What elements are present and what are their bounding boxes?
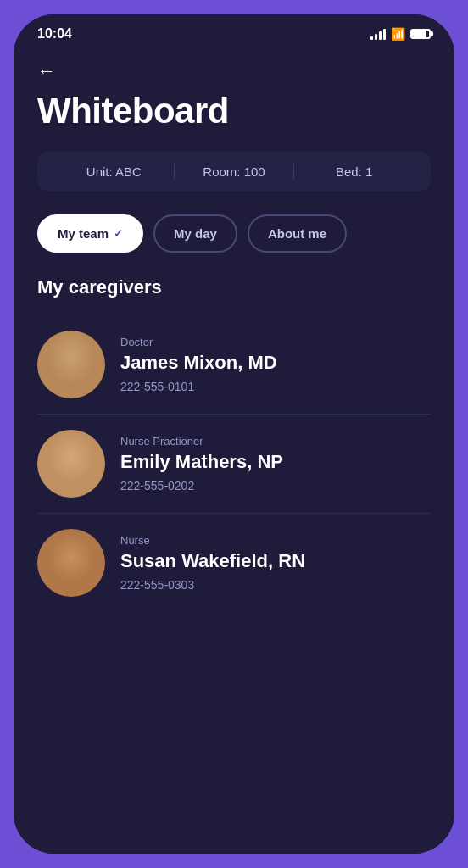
tab-my-team-check: ✓	[114, 227, 123, 240]
caregiver-info-nurse-prac: Nurse Practioner Emily Mathers, NP 222-5…	[120, 435, 283, 492]
caregiver-role-nurse: Nurse	[120, 534, 305, 547]
tab-about-me-label: About me	[268, 226, 326, 241]
signal-bar-3	[379, 31, 382, 40]
avatar-doctor	[37, 331, 105, 398]
caregiver-item-nurse: Nurse Susan Wakefield, RN 222-555-0303	[37, 514, 431, 612]
caregiver-info-doctor: Doctor James Mixon, MD 222-555-0101	[120, 336, 277, 392]
battery-fill	[412, 31, 426, 37]
signal-bar-1	[370, 36, 373, 40]
status-time: 10:04	[37, 26, 72, 42]
info-row: Unit: ABC Room: 100 Bed: 1	[37, 152, 431, 191]
room-info: Room: 100	[175, 164, 294, 179]
avatar-nurse-prac	[37, 430, 105, 498]
battery-icon	[410, 29, 431, 39]
caregiver-info-nurse: Nurse Susan Wakefield, RN 222-555-0303	[120, 534, 305, 591]
page-title: Whiteboard	[37, 91, 431, 131]
tab-my-day-label: My day	[174, 226, 217, 241]
section-title: My caregivers	[37, 276, 431, 298]
caregiver-role-doctor: Doctor	[120, 336, 277, 348]
unit-info: Unit: ABC	[54, 164, 174, 179]
caregiver-name-nurse-prac: Emily Mathers, NP	[120, 451, 283, 473]
signal-bar-2	[375, 34, 377, 40]
caregiver-phone-doctor: 222-555-0101	[120, 380, 277, 393]
phone-frame: 10:04 📶 ← Whiteboard Unit: ABC Room: 1	[14, 14, 454, 854]
signal-bars-icon	[370, 28, 386, 40]
caregiver-role-nurse-prac: Nurse Practioner	[120, 435, 283, 448]
back-button[interactable]: ←	[37, 62, 431, 81]
avatar-nurse	[37, 529, 105, 597]
caregiver-phone-nurse-prac: 222-555-0202	[120, 479, 283, 492]
status-icons: 📶	[370, 27, 431, 41]
tab-about-me[interactable]: About me	[248, 214, 347, 253]
bed-info: Bed: 1	[294, 164, 414, 179]
caregiver-item-doctor: Doctor James Mixon, MD 222-555-0101	[37, 315, 431, 415]
tab-my-team[interactable]: My team ✓	[37, 214, 143, 253]
caregiver-name-doctor: James Mixon, MD	[120, 352, 277, 374]
back-arrow-icon: ←	[37, 62, 56, 81]
caregiver-item-nurse-prac: Nurse Practioner Emily Mathers, NP 222-5…	[37, 415, 431, 514]
tab-my-day[interactable]: My day	[153, 214, 237, 253]
caregiver-list: Doctor James Mixon, MD 222-555-0101 Nurs…	[37, 315, 431, 612]
main-content: ← Whiteboard Unit: ABC Room: 100 Bed: 1 …	[14, 48, 454, 854]
signal-bar-4	[383, 29, 386, 40]
wifi-icon: 📶	[391, 27, 405, 41]
tabs-container: My team ✓ My day About me	[37, 214, 431, 253]
caregiver-name-nurse: Susan Wakefield, RN	[120, 550, 305, 572]
caregiver-phone-nurse: 222-555-0303	[120, 578, 305, 592]
notch	[183, 14, 285, 38]
tab-my-team-label: My team	[58, 226, 109, 241]
